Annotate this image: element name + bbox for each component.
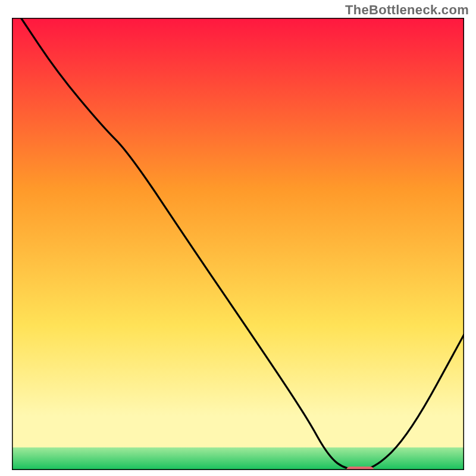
chart-svg bbox=[12, 18, 464, 470]
watermark-text: TheBottleneck.com bbox=[345, 2, 469, 18]
plot-area bbox=[12, 18, 464, 470]
chart-stage: TheBottleneck.com bbox=[0, 0, 476, 476]
gradient-background bbox=[12, 18, 464, 470]
optimum-band bbox=[12, 447, 464, 470]
